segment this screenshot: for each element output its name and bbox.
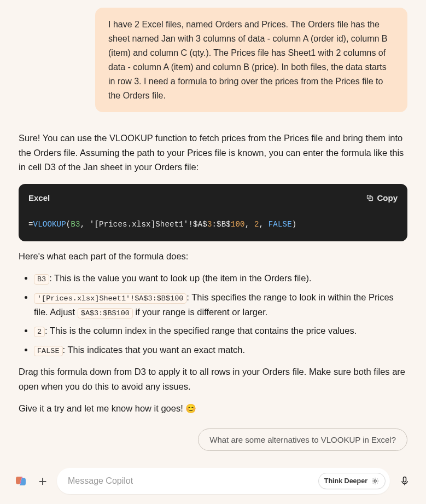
- code-token: ): [292, 220, 297, 229]
- copy-icon: [366, 194, 374, 202]
- copy-label: Copy: [377, 192, 398, 205]
- suggestion-list: What are some alternatives to VLOOKUP in…: [19, 428, 407, 457]
- code-token: FALSE: [269, 220, 292, 229]
- inline-code: $A$3:$B$100: [78, 308, 133, 318]
- list-text: if your range is different or larger.: [133, 307, 267, 317]
- user-message-bubble: I have 2 Excel files, named Orders and P…: [95, 8, 407, 112]
- smile-emoji: 😊: [185, 404, 196, 413]
- code-token: 3: [207, 220, 212, 229]
- inline-code: B3: [34, 274, 49, 285]
- inline-code: '[Prices.xlsx]Sheet1'!$A$3:$B$100: [34, 293, 186, 304]
- explain-intro: Here's what each part of the formula doe…: [19, 249, 407, 263]
- copilot-logo-icon[interactable]: [13, 473, 28, 489]
- microphone-button[interactable]: [396, 473, 413, 489]
- assistant-outro-2: Give it a try and let me know how it goe…: [19, 401, 407, 415]
- code-token: 100: [231, 220, 245, 229]
- code-block: Excel Copy =VLOOKUP(B3, '[Prices.xlsx]Sh…: [19, 184, 407, 242]
- svg-point-2: [374, 480, 376, 482]
- sparkle-gear-icon: [371, 477, 380, 485]
- list-text: : This is the column index in the specif…: [45, 326, 357, 335]
- outro-text: Give it a try and let me know how it goe…: [19, 403, 185, 413]
- list-item: '[Prices.xlsx]Sheet1'!$A$3:$B$100: This …: [34, 290, 407, 319]
- think-deeper-button[interactable]: Think Deeper: [318, 473, 386, 489]
- microphone-icon: [399, 475, 410, 487]
- list-item: 2: This is the column index in the speci…: [34, 323, 407, 338]
- inline-code: FALSE: [34, 346, 63, 356]
- svg-rect-3: [404, 477, 406, 482]
- assistant-outro-1: Drag this formula down from D3 to apply …: [19, 364, 407, 393]
- code-token: '[Prices.xlsx]Sheet1'!$A$: [90, 220, 207, 229]
- composer-area: + Think Deeper: [0, 464, 426, 504]
- list-item: B3: This is the value you want to look u…: [34, 271, 407, 286]
- message-input[interactable]: [68, 476, 318, 486]
- code-language-label: Excel: [28, 192, 50, 205]
- list-text: : This is the value you want to look up …: [49, 273, 311, 283]
- code-content: =VLOOKUP(B3, '[Prices.xlsx]Sheet1'!$A$3:…: [19, 212, 407, 241]
- inline-code: 2: [34, 327, 45, 337]
- code-token: ,: [259, 220, 269, 229]
- code-token: ,: [245, 220, 254, 229]
- code-token: :$B$: [212, 220, 231, 229]
- composer: + Think Deeper: [13, 468, 413, 494]
- assistant-message: Sure! You can use the VLOOKUP function t…: [19, 131, 407, 457]
- suggestion-chip[interactable]: What are some alternatives to VLOOKUP in…: [198, 428, 407, 451]
- code-token: 2: [254, 220, 259, 229]
- code-header: Excel Copy: [19, 184, 407, 212]
- conversation-scroll[interactable]: I have 2 Excel files, named Orders and P…: [0, 0, 426, 457]
- code-token: ,: [80, 220, 90, 229]
- code-token: B3: [71, 220, 80, 229]
- user-message-text: I have 2 Excel files, named Orders and P…: [108, 20, 387, 100]
- code-token: VLOOKUP: [33, 220, 66, 229]
- copilot-logo-svg: [14, 474, 27, 488]
- explanation-list: B3: This is the value you want to look u…: [19, 271, 407, 357]
- add-button[interactable]: +: [35, 473, 50, 489]
- copy-button[interactable]: Copy: [366, 192, 398, 205]
- list-text: : This indicates that you want an exact …: [63, 345, 246, 355]
- assistant-intro: Sure! You can use the VLOOKUP function t…: [19, 131, 407, 173]
- message-input-pill[interactable]: Think Deeper: [57, 468, 390, 494]
- list-item: FALSE: This indicates that you want an e…: [34, 343, 407, 357]
- code-token: =: [28, 220, 33, 229]
- think-deeper-label: Think Deeper: [324, 477, 367, 485]
